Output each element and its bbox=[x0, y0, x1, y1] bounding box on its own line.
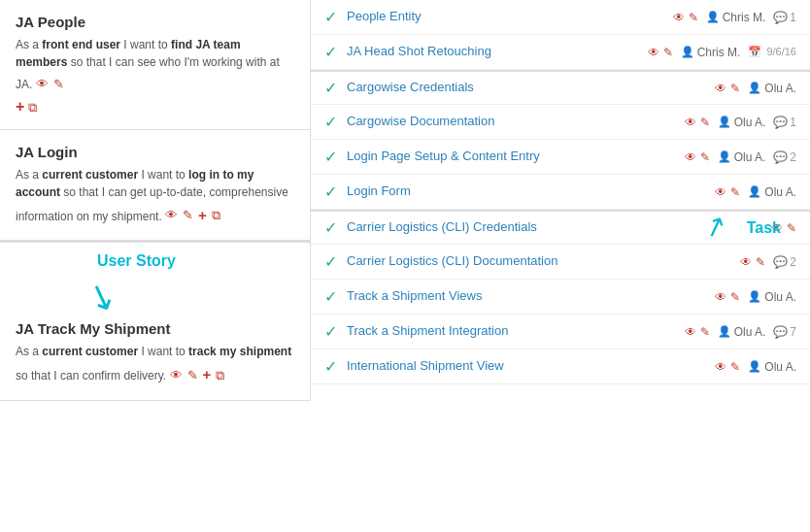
task-edit-icon[interactable]: ✎ bbox=[700, 325, 710, 339]
task-name[interactable]: Login Form bbox=[347, 183, 707, 200]
story-section-track: User Story ↙ JA Track My Shipment As a c… bbox=[0, 241, 310, 401]
story-desc-track: As a current customer I want to track my… bbox=[16, 343, 294, 386]
task-name[interactable]: JA Head Shot Retouching bbox=[347, 43, 640, 60]
comment-icon: 💬 bbox=[773, 325, 788, 339]
left-panel: JA People As a front end user I want to … bbox=[0, 0, 311, 401]
task-row: ✓ Login Form 👁 ✎ 👤 Olu A. bbox=[311, 175, 810, 210]
check-icon: ✓ bbox=[324, 287, 337, 306]
assignee-icon: 👤 bbox=[706, 11, 720, 23]
story-title-track: JA Track My Shipment bbox=[16, 320, 294, 337]
task-date-value: 9/6/16 bbox=[766, 46, 796, 57]
task-edit-icon[interactable]: ✎ bbox=[700, 150, 710, 164]
task-view-icon[interactable]: 👁 bbox=[715, 290, 726, 304]
check-icon: ✓ bbox=[324, 357, 337, 376]
edit-icon-track[interactable]: ✎ bbox=[187, 366, 198, 385]
add-icon-login[interactable]: + bbox=[198, 205, 207, 227]
task-edit-icon[interactable]: ✎ bbox=[730, 185, 740, 199]
comment-count: 1 bbox=[790, 11, 796, 24]
check-icon: ✓ bbox=[324, 79, 337, 97]
assignee-icon: 👤 bbox=[718, 116, 731, 128]
check-icon: ✓ bbox=[324, 113, 337, 131]
annotation-task-label: Task bbox=[747, 219, 781, 237]
task-edit-icon[interactable]: ✎ bbox=[730, 82, 740, 95]
comment-icon: 💬 bbox=[773, 255, 788, 269]
check-icon: ✓ bbox=[324, 8, 337, 26]
task-edit-icon[interactable]: ✎ bbox=[730, 290, 740, 304]
task-name[interactable]: People Entity bbox=[347, 8, 665, 25]
right-panel: ✓ People Entity 👁 ✎ 👤 Chris M. 💬 1 ✓ JA … bbox=[311, 0, 810, 401]
task-name[interactable]: International Shipment View bbox=[347, 357, 707, 375]
task-name[interactable]: Cargowise Documentation bbox=[347, 113, 677, 130]
assignee-icon: 👤 bbox=[748, 360, 761, 373]
comment-count: 1 bbox=[790, 116, 796, 129]
assignee-icon: 👤 bbox=[748, 185, 761, 198]
task-row: ✓ Track a Shipment Integration 👁 ✎ 👤 Olu… bbox=[311, 315, 810, 349]
annotation-user-story-label: User Story bbox=[97, 252, 261, 270]
task-view-icon[interactable]: 👁 bbox=[715, 82, 726, 95]
task-assignee-name: Olu A. bbox=[734, 325, 766, 339]
story-title-login: JA Login bbox=[16, 144, 294, 160]
comment-count: 2 bbox=[790, 150, 796, 164]
task-name[interactable]: Carrier Logistics (CLI) Credentials bbox=[347, 218, 763, 236]
view-icon-login[interactable]: 👁 bbox=[165, 206, 178, 225]
task-view-icon[interactable]: 👁 bbox=[673, 11, 685, 24]
task-assignee-name: Chris M. bbox=[723, 11, 766, 24]
task-view-icon[interactable]: 👁 bbox=[715, 360, 726, 374]
assignee-icon: 👤 bbox=[718, 150, 731, 163]
task-row: ✓ Cargowise Credentials 👁 ✎ 👤 Olu A. bbox=[311, 70, 810, 105]
edit-icon-login[interactable]: ✎ bbox=[183, 206, 193, 225]
story-title-people: JA People bbox=[16, 14, 294, 30]
task-row: ✓ International Shipment View 👁 ✎ 👤 Olu … bbox=[311, 349, 810, 384]
task-name[interactable]: Track a Shipment Views bbox=[347, 287, 707, 305]
add-icon-people[interactable]: + bbox=[16, 98, 24, 115]
task-name[interactable]: Track a Shipment Integration bbox=[347, 322, 677, 340]
copy-icon-login[interactable]: ⧉ bbox=[212, 206, 220, 225]
check-icon: ✓ bbox=[324, 322, 337, 341]
task-edit-icon[interactable]: ✎ bbox=[756, 255, 765, 269]
check-icon: ✓ bbox=[324, 218, 337, 237]
copy-icon-people[interactable]: ⧉ bbox=[28, 100, 37, 115]
assignee-icon: 👤 bbox=[718, 325, 731, 338]
annotation-task-arrow: ↙ bbox=[700, 209, 732, 247]
task-assignee-name: Olu A. bbox=[764, 290, 796, 304]
assignee-icon: 👤 bbox=[748, 82, 761, 94]
add-icon-track[interactable]: + bbox=[203, 364, 212, 386]
task-view-icon[interactable]: 👁 bbox=[715, 185, 726, 199]
task-view-icon[interactable]: 👁 bbox=[685, 116, 696, 129]
task-edit-icon[interactable]: ✎ bbox=[663, 46, 673, 59]
view-icon-track[interactable]: 👁 bbox=[170, 366, 183, 385]
task-view-icon[interactable]: 👁 bbox=[685, 150, 696, 164]
task-view-icon[interactable]: 👁 bbox=[648, 46, 659, 59]
task-edit-icon[interactable]: ✎ bbox=[787, 221, 796, 235]
check-icon: ✓ bbox=[324, 183, 337, 201]
task-name[interactable]: Login Page Setup & Content Entry bbox=[347, 148, 677, 165]
task-row: ✓ JA Head Shot Retouching 👁 ✎ 👤 Chris M.… bbox=[311, 35, 810, 70]
comment-icon: 💬 bbox=[773, 116, 788, 129]
check-icon: ✓ bbox=[324, 148, 337, 166]
task-assignee-name: Olu A. bbox=[764, 360, 796, 374]
task-assignee-name: Olu A. bbox=[764, 82, 796, 95]
task-edit-icon[interactable]: ✎ bbox=[689, 11, 698, 24]
task-assignee-name: Olu A. bbox=[764, 185, 796, 199]
task-assignee-name: Olu A. bbox=[734, 150, 766, 164]
comment-count: 7 bbox=[790, 325, 796, 339]
comment-icon: 💬 bbox=[773, 150, 788, 164]
story-section-login: JA Login As a current customer I want to… bbox=[0, 130, 310, 242]
task-edit-icon[interactable]: ✎ bbox=[730, 360, 740, 374]
edit-icon-people[interactable]: ✎ bbox=[53, 75, 64, 94]
view-icon-people[interactable]: 👁 bbox=[36, 75, 49, 94]
task-row: ✓ People Entity 👁 ✎ 👤 Chris M. 💬 1 bbox=[311, 0, 810, 35]
copy-icon-track[interactable]: ⧉ bbox=[216, 366, 224, 385]
task-view-icon[interactable]: 👁 bbox=[740, 255, 752, 269]
task-edit-icon[interactable]: ✎ bbox=[700, 116, 710, 129]
assignee-icon: 👤 bbox=[681, 46, 694, 58]
annotation-user-story-arrow: ↙ bbox=[83, 276, 122, 318]
task-row-carrier-creds: ✓ Carrier Logistics (CLI) Credentials 👁 … bbox=[311, 210, 810, 245]
check-icon: ✓ bbox=[324, 252, 337, 271]
calendar-icon: 📅 bbox=[748, 46, 761, 57]
task-name[interactable]: Carrier Logistics (CLI) Documentation bbox=[347, 252, 732, 270]
task-assignee-name: Chris M. bbox=[697, 46, 741, 59]
story-desc-login: As a current customer I want to log in t… bbox=[16, 166, 294, 227]
task-view-icon[interactable]: 👁 bbox=[685, 325, 696, 339]
task-name[interactable]: Cargowise Credentials bbox=[347, 79, 707, 96]
